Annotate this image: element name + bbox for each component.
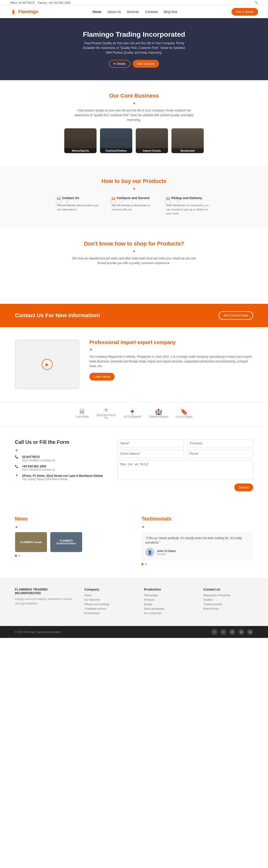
news-column: News ✦ FLAMINGO Goods FLAMINGO Fashion/C… (15, 516, 127, 565)
linkedin-icon[interactable]: in (229, 629, 235, 635)
contact-phone1: 📞 02-84776074 Don't hesitate to contact … (15, 455, 103, 462)
footer-production-item-4[interactable]: Sales geography (144, 607, 194, 610)
cta-deals-button[interactable]: See Current Deals (219, 311, 253, 320)
card-import[interactable]: Import Goods (136, 128, 168, 153)
step2-desc: We will arrange professionals to connect… (112, 203, 156, 212)
how-to-buy-title: How to buy our Products (15, 178, 253, 184)
partner-1: 🏛 Louis Rodet (76, 408, 89, 418)
core-business-icon: ✦ (10, 101, 258, 106)
hero-desc: Treat Product Quality as Your own Life a… (82, 41, 186, 55)
learn-more-button[interactable]: Learn More (89, 373, 115, 380)
step1-num: 01 (57, 197, 61, 200)
card-restaurant[interactable]: Restaurant (171, 128, 204, 153)
news-dot-1[interactable] (15, 555, 17, 557)
contact-form-grid: Submit (118, 439, 253, 491)
nav-home[interactable]: Home (93, 10, 101, 14)
nav-contacts[interactable]: Contacts (145, 10, 158, 14)
news-cards: FLAMINGO Goods FLAMINGO Fashion/Clothes (15, 532, 127, 552)
nav-quote-button[interactable]: Get a Quote (232, 8, 258, 16)
submit-button[interactable]: Submit (234, 484, 253, 491)
step3-desc: If the transaction is successful, you ca… (166, 203, 211, 216)
card-fashion[interactable]: Fashion/Clothes (100, 128, 132, 153)
nav-blog[interactable]: Blog Grid (164, 10, 177, 14)
hero-details-button[interactable]: In Details (109, 60, 130, 68)
factory-label: Factory: (38, 1, 48, 4)
facebook-icon[interactable]: f (211, 629, 217, 635)
step-3: 03 03 Pickup and Delivery If the transac… (166, 196, 211, 216)
footer-bottom: ©2022 Flamingo Trading Incorporated. f t… (0, 626, 268, 638)
testimonials-title: Testimonials (141, 516, 253, 522)
testimonial-dot-2[interactable] (145, 563, 147, 565)
company-input[interactable] (187, 439, 253, 447)
news-title: News (15, 516, 127, 522)
footer-production-item-1[interactable]: Technology (144, 594, 194, 597)
message-textarea[interactable] (118, 460, 253, 480)
phone2-number: +63 916 661 1555 (22, 465, 55, 468)
email-input[interactable] (118, 450, 184, 458)
footer-production-item-5[interactable]: Our customers (144, 612, 194, 615)
step3-title: Pickup and Delivery (171, 196, 202, 200)
news-card-2-label: FLAMINGO Fashion/Clothes (52, 539, 81, 545)
testimonials-column: Testimonials ✦ "It fits our needs perfec… (141, 516, 253, 565)
youtube-icon[interactable]: yt (238, 629, 244, 635)
step-2: 02 02 Contacts and Service We will arran… (112, 196, 156, 216)
hero-section: Flamingo Trading Incorporated Treat Prod… (0, 18, 268, 80)
core-business-title: Our Core Business (10, 93, 258, 99)
nav-services[interactable]: Services (127, 10, 139, 14)
partner-4: 🏰 Chateau Margaux (148, 408, 168, 418)
author-name: John S.Gates (157, 549, 176, 553)
twitter-icon[interactable]: t (220, 629, 226, 635)
step3-num: 03 (166, 197, 170, 200)
news-card-1[interactable]: FLAMINGO Goods (15, 532, 47, 552)
footer-contact-item-4[interactable]: Brand shops (203, 607, 253, 610)
core-business-section: Our Core Business ✦ Treat product qualit… (0, 80, 268, 166)
hero-quote-button[interactable]: Get a Quote (133, 60, 159, 68)
partners-section: 🏛 Louis Rodet ⚜ Bouchard Pere & Fils 🍷 L… (0, 402, 268, 427)
search-icon[interactable]: 🔍 (255, 1, 258, 4)
news-card-2[interactable]: FLAMINGO Fashion/Clothes (50, 532, 82, 552)
top-bar: Office: 02-84776074 Factory: +63 916 661… (0, 0, 268, 5)
news-card-1-img: FLAMINGO Goods (15, 532, 47, 552)
footer-company-item-4[interactable]: Charitable actions (85, 607, 134, 610)
contact-title: Call Us or Fill the Form (15, 439, 103, 445)
name-input[interactable] (118, 439, 184, 447)
about-title: Professional import export company (89, 340, 253, 345)
nav-links: Home About Us Services Contacts Blog Gri… (93, 10, 177, 14)
footer-company-item-5[interactable]: Environment (85, 612, 134, 615)
contact-info: Call Us or Fill the Form ✦ 📞 02-84776074… (15, 439, 103, 491)
footer-contact-item-1[interactable]: Addresses of factories (203, 594, 253, 597)
card-wines[interactable]: Wines/Spirits (64, 128, 97, 153)
step1-title: Contact Us (62, 196, 79, 200)
office-phone: 02-84776074 (19, 1, 35, 4)
nav-about[interactable]: About Us (107, 10, 121, 14)
footer-production-item-3[interactable]: Quality (144, 603, 194, 606)
play-button[interactable]: ▶ (42, 359, 53, 370)
card-wines-label: Wines/Spirits (64, 148, 97, 153)
step2-title: Contacts and Service (116, 196, 149, 200)
phone1-number: 02-84776074 (22, 455, 55, 459)
partner-3: 🍷 LA Counspaede (124, 408, 141, 418)
testimonial-author: 👤 John S.Gates Founder (145, 548, 249, 557)
hero-title: Flamingo Trading Incorporated (83, 31, 185, 38)
phone1-icon: 📞 (15, 455, 19, 459)
footer-contact-list: Addresses of factories Dealers Trading h… (203, 594, 253, 610)
partner-2: ⚜ Bouchard Pere & Fils (96, 407, 116, 419)
cta-title: Contact Us For New information! (15, 312, 100, 319)
footer-contact-item-2[interactable]: Dealers (203, 598, 253, 601)
dont-know-desc: We have an experienced pre-sales and aft… (72, 256, 196, 266)
whatsapp-icon[interactable]: w (247, 629, 253, 635)
news-dot-2[interactable] (19, 555, 20, 557)
footer-production-item-2[interactable]: Products (144, 598, 194, 601)
footer-company-item-1[interactable]: Home (85, 594, 134, 597)
contact-phone2: 📞 +63 916 661 1555 Don't hesitate to con… (15, 465, 103, 471)
footer-company-item-3[interactable]: Mission and strategy (85, 603, 134, 606)
footer-company-item-2[interactable]: Our factories (85, 598, 134, 601)
phone-input[interactable] (187, 450, 253, 458)
testimonials-icon: ✦ (141, 525, 253, 529)
how-steps: 01 01 Contact Us Please indicate which p… (15, 196, 253, 216)
contact-section: Call Us or Fill the Form ✦ 📞 02-84776074… (0, 427, 268, 504)
testimonial-dot-1[interactable] (141, 563, 143, 565)
how-to-buy-section: How to buy our Products ✦ 01 01 Contact … (0, 165, 268, 228)
card-import-label: Import Goods (136, 148, 168, 153)
footer-contact-item-3[interactable]: Trading houses (203, 603, 253, 606)
